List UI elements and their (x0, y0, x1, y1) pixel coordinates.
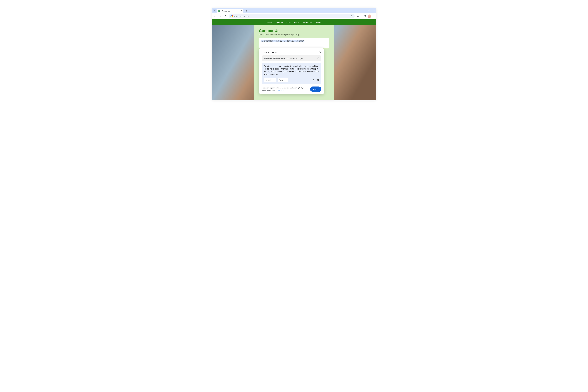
extension-area (356, 14, 375, 18)
length-label: Length (266, 79, 271, 81)
prompt-display: im interested in this place - do you all… (262, 56, 321, 62)
forward-button[interactable] (218, 14, 222, 18)
page-subtitle: Ask a question or write a message to the… (259, 34, 329, 36)
svg-point-3 (374, 15, 374, 16)
back-button[interactable] (213, 14, 217, 18)
maximize-button[interactable] (368, 10, 370, 11)
disclaimer-text: This is an experimental AI writing aid a… (262, 87, 297, 92)
browser-tab[interactable]: Contact Us (217, 8, 243, 13)
chevron-down-icon: ▼ (273, 79, 274, 81)
tab-favicon-icon (218, 10, 220, 12)
svg-rect-2 (364, 16, 366, 17)
nav-chat[interactable]: Chat (286, 21, 290, 24)
site-info-icon[interactable] (230, 15, 233, 18)
tone-dropdown[interactable]: Tone ▼ (278, 78, 288, 82)
minimize-button[interactable] (364, 10, 366, 11)
nav-faqs[interactable]: FAQs (294, 21, 299, 24)
nav-about[interactable]: About (316, 21, 321, 24)
address-bar[interactable]: www.example.com (229, 14, 355, 18)
help-me-write-popover: Help Me Write im interested in this plac… (259, 48, 324, 94)
side-panel-button[interactable] (364, 15, 366, 17)
learn-more-link[interactable]: Learn more (276, 89, 284, 91)
thumbs-up-button[interactable] (298, 87, 300, 89)
edit-prompt-button[interactable] (317, 57, 319, 60)
reload-button[interactable] (224, 14, 228, 18)
popover-title: Help Me Write (262, 51, 278, 54)
message-textarea[interactable]: im interested in this place - do you all… (259, 38, 329, 48)
chevron-down-icon: ▼ (285, 79, 286, 81)
browser-toolbar: www.example.com (212, 13, 376, 19)
url-text: www.example.com (234, 15, 250, 17)
svg-point-4 (374, 16, 374, 16)
window-controls (364, 8, 375, 13)
profile-avatar[interactable] (368, 14, 371, 18)
result-text: I'm interested in your property. It's ex… (264, 65, 319, 76)
regenerate-button[interactable] (317, 79, 319, 81)
popover-close-button[interactable] (319, 51, 321, 53)
svg-point-5 (374, 16, 374, 17)
result-box: I'm interested in your property. It's ex… (262, 63, 321, 84)
undo-button[interactable] (312, 79, 315, 81)
page-title: Contact Us (259, 28, 329, 33)
tab-search-button[interactable] (213, 9, 216, 12)
tab-title: Contact Us (222, 10, 230, 12)
length-dropdown[interactable]: Length ▼ (264, 78, 276, 82)
prompt-text: im interested in this place - do you all… (264, 57, 303, 60)
nav-support[interactable]: Support (276, 21, 283, 24)
close-window-button[interactable] (373, 10, 375, 11)
extensions-button[interactable] (356, 15, 359, 18)
browser-window: Contact Us www.example.com (212, 8, 376, 100)
site-nav: Home Support Chat FAQs Resources About (212, 19, 376, 25)
svg-rect-0 (219, 10, 220, 12)
page-viewport: Home Support Chat FAQs Resources About C… (212, 19, 376, 100)
nav-home[interactable]: Home (267, 21, 272, 24)
tone-label: Tone (279, 79, 283, 81)
new-tab-button[interactable] (244, 9, 248, 12)
contact-panel: Contact Us Ask a question or write a mes… (254, 25, 334, 100)
insert-button[interactable]: Insert (310, 86, 321, 92)
nav-resources[interactable]: Resources (303, 21, 312, 24)
message-input-value: im interested in this place - do you all… (261, 40, 304, 42)
chrome-menu-button[interactable] (373, 15, 375, 17)
thumbs-down-button[interactable] (301, 87, 304, 89)
tab-strip: Contact Us (212, 8, 376, 13)
svg-rect-1 (369, 10, 370, 11)
bookmark-button[interactable] (350, 15, 353, 17)
tab-close-button[interactable] (240, 10, 242, 12)
